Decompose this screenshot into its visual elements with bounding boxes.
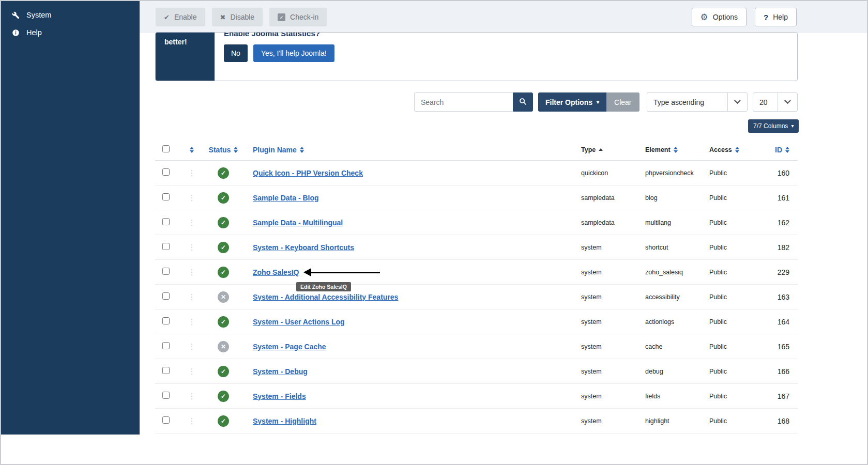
cell-id: 165 bbox=[751, 343, 798, 351]
chevron-down-icon bbox=[778, 93, 797, 111]
table-row: ⋮ ✓ System - User Actions Log system act… bbox=[155, 309, 798, 334]
cell-id: 164 bbox=[751, 318, 798, 326]
enable-button[interactable]: ✔ Enable bbox=[156, 8, 205, 26]
column-header-status[interactable]: Status bbox=[204, 146, 243, 154]
checkin-label: Check-in bbox=[290, 13, 318, 21]
status-icon[interactable]: ✓ bbox=[218, 267, 229, 278]
sort-select-value: Type ascending bbox=[647, 98, 727, 106]
cell-type: system bbox=[581, 318, 645, 326]
plugin-link[interactable]: System - Additional Accessibility Featur… bbox=[253, 293, 398, 301]
row-checkbox[interactable] bbox=[162, 367, 170, 374]
sidebar-item-system[interactable]: System bbox=[1, 6, 140, 24]
cell-element: accessibility bbox=[645, 293, 709, 301]
plugin-link[interactable]: System - Keyboard Shortcuts bbox=[253, 243, 354, 252]
row-checkbox[interactable] bbox=[162, 317, 170, 324]
drag-handle-icon[interactable]: ⋮ bbox=[188, 343, 196, 350]
status-icon[interactable]: ✓ bbox=[218, 415, 229, 427]
drag-handle-icon[interactable]: ⋮ bbox=[188, 392, 196, 400]
search-button[interactable] bbox=[513, 92, 533, 112]
row-checkbox[interactable] bbox=[162, 342, 170, 349]
help-label: Help bbox=[773, 13, 788, 21]
column-header-type[interactable]: Type bbox=[581, 146, 645, 153]
plugin-link[interactable]: Sample Data - Multilingual bbox=[253, 219, 343, 227]
cell-access: Public bbox=[709, 318, 751, 326]
table-row: ⋮ ✕ System - Page Cache system cache Pub… bbox=[155, 334, 798, 359]
plugin-link[interactable]: System - Fields bbox=[253, 392, 306, 400]
column-header-plugin-name[interactable]: Plugin Name bbox=[243, 146, 581, 154]
status-icon[interactable]: ✓ bbox=[218, 242, 229, 253]
joomla-plugins-page: System Help ✔ Enable ✖ Disable ✓ bbox=[0, 0, 868, 465]
drag-handle-icon[interactable]: ⋮ bbox=[188, 268, 196, 276]
column-header-id[interactable]: ID bbox=[751, 146, 798, 154]
options-button[interactable]: ⚙ Options bbox=[692, 8, 747, 26]
row-checkbox[interactable] bbox=[162, 392, 170, 399]
clear-button[interactable]: Clear bbox=[606, 92, 639, 112]
search-input[interactable] bbox=[414, 92, 513, 112]
row-checkbox[interactable] bbox=[162, 292, 170, 300]
plugin-link[interactable]: Zoho SalesIQ bbox=[253, 268, 299, 276]
row-checkbox[interactable] bbox=[162, 168, 170, 176]
row-checkbox[interactable] bbox=[162, 193, 170, 200]
row-checkbox[interactable] bbox=[162, 268, 170, 275]
cell-id: 229 bbox=[751, 268, 798, 276]
drag-handle-icon[interactable]: ⋮ bbox=[188, 293, 196, 301]
plugin-link[interactable]: System - Page Cache bbox=[253, 343, 326, 351]
question-icon: ? bbox=[764, 13, 768, 22]
yes-help-button[interactable]: Yes, I'll help Joomla! bbox=[253, 44, 334, 62]
plugin-link[interactable]: Sample Data - Blog bbox=[253, 194, 319, 202]
cell-element: shortcut bbox=[645, 244, 709, 251]
plugin-link[interactable]: System - Highlight bbox=[253, 417, 316, 425]
cell-type: system bbox=[581, 393, 645, 400]
wrench-icon bbox=[12, 11, 20, 19]
disable-button[interactable]: ✖ Disable bbox=[212, 8, 263, 26]
no-button[interactable]: No bbox=[224, 44, 248, 62]
status-icon[interactable]: ✓ bbox=[218, 391, 229, 402]
drag-handle-icon[interactable]: ⋮ bbox=[188, 243, 196, 251]
status-icon[interactable]: ✓ bbox=[218, 217, 229, 228]
plugin-link[interactable]: Quick Icon - PHP Version Check bbox=[253, 169, 363, 177]
status-icon[interactable]: ✓ bbox=[218, 192, 229, 204]
filter-options-button[interactable]: Filter Options ▾ bbox=[538, 92, 606, 112]
drag-handle-icon[interactable]: ⋮ bbox=[188, 417, 196, 425]
sort-select[interactable]: Type ascending bbox=[647, 92, 748, 112]
row-checkbox[interactable] bbox=[162, 243, 170, 250]
cell-element: fields bbox=[645, 393, 709, 400]
cell-type: sampledata bbox=[581, 219, 645, 226]
cell-access: Public bbox=[709, 343, 751, 350]
cell-id: 166 bbox=[751, 367, 798, 376]
plugin-link[interactable]: System - User Actions Log bbox=[253, 318, 345, 326]
cell-type: system bbox=[581, 269, 645, 276]
search-icon bbox=[519, 98, 527, 107]
cell-element: highlight bbox=[645, 417, 709, 425]
cell-type: system bbox=[581, 417, 645, 425]
checkbox-check-icon: ✓ bbox=[278, 13, 285, 21]
drag-handle-icon[interactable]: ⋮ bbox=[188, 219, 196, 226]
cell-id: 160 bbox=[751, 169, 798, 177]
limit-select[interactable]: 20 bbox=[753, 92, 798, 112]
row-checkbox[interactable] bbox=[162, 218, 170, 225]
status-icon[interactable]: ✕ bbox=[218, 291, 229, 303]
cell-id: 161 bbox=[751, 194, 798, 202]
status-icon[interactable]: ✓ bbox=[218, 366, 229, 377]
columns-button[interactable]: 7/7 Columns ▾ bbox=[748, 119, 799, 133]
cell-type: system bbox=[581, 244, 645, 251]
plugin-link[interactable]: System - Debug bbox=[253, 367, 308, 376]
sidebar-item-help[interactable]: Help bbox=[1, 24, 140, 41]
drag-handle-icon[interactable]: ⋮ bbox=[188, 194, 196, 202]
row-checkbox[interactable] bbox=[162, 416, 170, 424]
banner-body: Enable Joomla Statistics? No Yes, I'll h… bbox=[215, 33, 797, 81]
status-icon[interactable]: ✓ bbox=[218, 167, 229, 179]
column-header-element[interactable]: Element bbox=[645, 146, 709, 153]
status-icon[interactable]: ✕ bbox=[218, 341, 229, 352]
status-icon[interactable]: ✓ bbox=[218, 316, 229, 328]
checkin-button[interactable]: ✓ Check-in bbox=[269, 8, 327, 26]
select-all-checkbox[interactable] bbox=[162, 145, 170, 152]
table-row: ⋮ ✓ System - Highlight system highlight … bbox=[155, 409, 798, 433]
ordering-sort-icon[interactable] bbox=[190, 147, 194, 153]
drag-handle-icon[interactable]: ⋮ bbox=[188, 367, 196, 375]
cell-access: Public bbox=[709, 169, 751, 177]
help-button[interactable]: ? Help bbox=[755, 8, 797, 26]
column-header-access[interactable]: Access bbox=[709, 146, 751, 153]
drag-handle-icon[interactable]: ⋮ bbox=[188, 318, 196, 326]
drag-handle-icon[interactable]: ⋮ bbox=[188, 169, 196, 177]
